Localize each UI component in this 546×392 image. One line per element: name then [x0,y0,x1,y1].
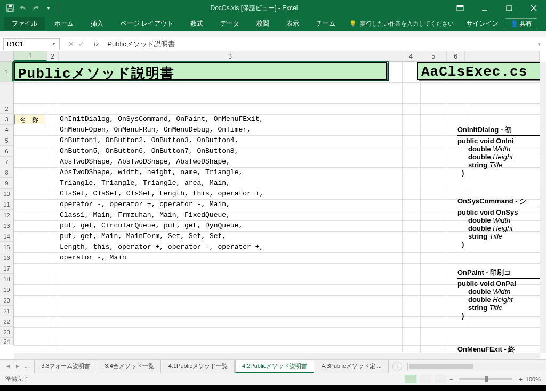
row-header[interactable]: 18 [0,274,13,284]
worksheet-grid[interactable]: 123456 123456789101112131415161718192021… [0,51,546,359]
row-header[interactable]: 13 [0,220,13,231]
page-layout-view-button[interactable] [420,375,431,383]
row-header[interactable]: 5 [0,135,13,146]
content-line[interactable]: operator -, Main [60,254,126,262]
cancel-formula-icon[interactable]: ✕ [68,40,74,48]
tab-ホーム[interactable]: ホーム [47,17,81,30]
row-header[interactable]: 3 [0,114,13,125]
ribbon-display-icon[interactable] [448,0,472,16]
expand-formula-icon[interactable]: ▾ [535,42,546,47]
save-icon[interactable] [4,2,16,14]
tab-数式[interactable]: 数式 [183,17,211,30]
maximize-icon[interactable] [497,0,521,16]
content-line[interactable]: OnButton5, OnButton6, OnButton7, OnButto… [60,147,238,155]
tell-me-search[interactable]: 💡 実行したい作業を入力してください [349,20,454,28]
title-cell-a[interactable]: Publicメソッド説明書 [14,62,387,80]
row-header[interactable]: 7 [0,157,13,167]
sheet-tab[interactable]: 4.2Publicメソッド説明書 [235,360,314,373]
content-line[interactable]: OnButton1, OnButton2, OnButton3, OnButto… [60,136,238,144]
row-header[interactable]: 14 [0,231,13,242]
content-line[interactable]: put, get, CircularQueue, put, get, DynQu… [60,222,243,230]
content-line[interactable]: Length, this, operator +, operator -, op… [60,243,263,251]
qat-dropdown-icon[interactable]: ▼ [43,2,54,14]
row-header[interactable]: 22 [0,316,13,327]
sheet-tab[interactable]: 3.3フォーム説明書 [34,360,97,373]
tab-ページ レイアウト[interactable]: ページ レイアウト [113,17,181,30]
add-sheet-button[interactable]: + [392,362,402,371]
row-header[interactable]: 16 [0,252,13,263]
select-all-corner[interactable] [0,51,14,61]
page-break-view-button[interactable] [435,375,446,383]
zoom-slider[interactable] [459,378,512,380]
column-header[interactable]: 1 [14,51,47,61]
row-header[interactable]: 17 [0,263,13,274]
close-icon[interactable] [521,0,546,16]
name-box[interactable]: R1C1 ▼ [3,38,60,50]
row-header[interactable]: 10 [0,189,13,199]
row-header[interactable]: 20 [0,295,13,306]
sheet-tab[interactable]: 3.4全メソッド一覧 [98,360,160,373]
row-header[interactable]: 21 [0,306,13,316]
row-header[interactable]: 1 [0,62,13,82]
enter-formula-icon[interactable]: ✓ [78,40,84,48]
zoom-level[interactable]: 100% [526,376,541,382]
content-line[interactable]: put, get, Main, MainForm, Set, Set, Set, [60,232,226,240]
row-header[interactable]: 19 [0,284,13,295]
column-header[interactable]: 6 [447,51,465,61]
content-line[interactable]: AbsTwoDShape, width, height, name, Trian… [60,168,243,176]
tab-校閲[interactable]: 校閲 [249,17,277,30]
row-header[interactable]: 24 [0,338,13,345]
tab-表示[interactable]: 表示 [279,17,307,30]
tab-nav-prev-icon[interactable]: ◄ [5,363,11,369]
content-line[interactable]: OnMenuFOpen, OnMenuFRun, OnMenuDebug, On… [60,126,251,134]
minimize-icon[interactable] [472,0,497,16]
row-header[interactable]: 4 [0,125,13,135]
cells-area[interactable]: Publicメソッド説明書 AaClsExec.cs 名 称 OnInitDia… [14,62,540,353]
vertical-scrollbar[interactable] [540,62,546,353]
content-line[interactable]: Class1, Main, Frmzuhan, Main, FixedQueue… [60,211,230,219]
zoom-in-button[interactable]: + [519,376,522,382]
column-header[interactable]: 5 [420,51,447,61]
column-header[interactable]: 2 [47,51,59,61]
tab-file[interactable]: ファイル [4,17,45,30]
normal-view-button[interactable] [405,375,416,383]
row-header[interactable]: 15 [0,242,13,252]
row-header[interactable] [0,82,13,103]
method-block[interactable]: OnInitDialog - 初public void OnInidouble … [457,125,546,177]
row-header[interactable]: 8 [0,167,13,178]
method-block[interactable]: OnPaint - 印刷コpublic void OnPaidouble Wid… [457,267,546,320]
content-line[interactable]: operator -, operator +, operator -, Main… [60,200,230,208]
tab-nav-more[interactable]: ... [25,363,29,369]
tab-nav-next-icon[interactable]: ► [15,363,20,369]
tab-挿入[interactable]: 挿入 [83,17,111,30]
sheet-tab[interactable]: 4.1Publicメソッド一覧 [162,360,235,373]
content-line[interactable]: Triangle, Triangle, Triangle, area, Main… [60,179,230,187]
scrollbar-thumb[interactable] [409,364,473,369]
tab-データ[interactable]: データ [213,17,247,30]
chevron-down-icon[interactable]: ▼ [52,42,56,46]
column-header[interactable]: 3 [59,51,402,61]
row-header[interactable]: 23 [0,327,13,338]
content-line[interactable]: ClsSet, ClsSet, ClsSet, Length, this, op… [60,190,263,198]
content-line[interactable]: OnInitDialog, OnSysCommand, OnPaint, OnM… [60,115,263,123]
undo-icon[interactable] [17,2,29,14]
column-header[interactable]: 4 [402,51,420,61]
row-header[interactable]: 12 [0,210,13,220]
row-header[interactable]: 2 [0,103,13,114]
horizontal-scrollbar-grid[interactable] [14,353,540,359]
row-header[interactable]: 6 [0,146,13,157]
row-header[interactable]: 11 [0,199,13,210]
horizontal-scrollbar[interactable] [407,363,546,370]
method-block[interactable]: OnSysCommand - シpublic void OnSysdouble … [457,196,546,248]
tab-チーム[interactable]: チーム [309,17,343,30]
name-label-cell[interactable]: 名 称 [14,115,45,124]
fx-icon[interactable]: fx [90,40,103,48]
signin-link[interactable]: サインイン [467,19,499,28]
content-line[interactable]: AbsTwoDShape, AbsTwoDShape, AbsTwoDShape… [60,158,230,166]
zoom-out-button[interactable]: − [449,376,453,382]
sheet-tab[interactable]: 4.3Publicメソッド定 ... [315,360,388,373]
share-button[interactable]: 👤 共有 [505,18,537,29]
row-header[interactable]: 9 [0,178,13,189]
redo-icon[interactable] [30,2,42,14]
title-cell-b[interactable]: AaClsExec.cs [417,62,546,80]
